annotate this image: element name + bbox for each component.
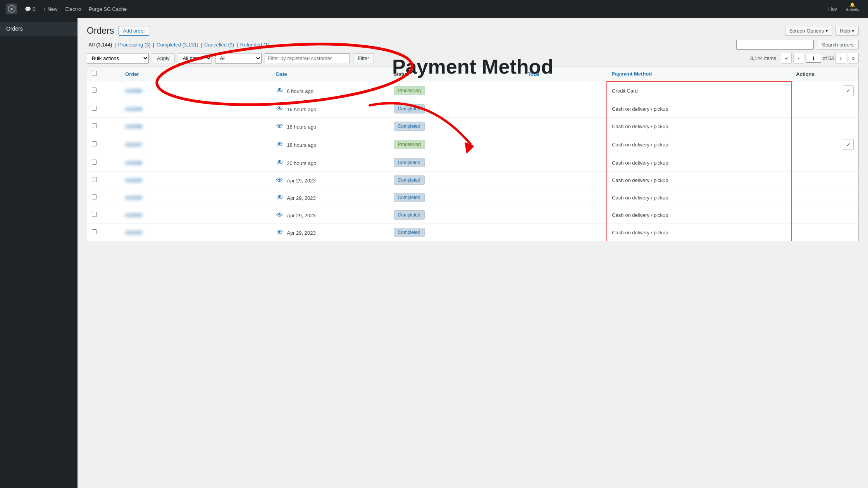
first-page-button[interactable]: « bbox=[781, 53, 792, 64]
toolbar-left: Bulk actions Apply All dates All Filter bbox=[87, 53, 374, 64]
row-status-cell: Completed bbox=[389, 118, 523, 135]
row-checkbox[interactable] bbox=[92, 177, 97, 182]
table-header-row: Order Date Status Total Payment Method A… bbox=[87, 67, 859, 81]
filter-tab-cancelled[interactable]: Cancelled (9) bbox=[203, 41, 236, 48]
filter-tabs: All (3,144) | Processing (3) | Completed… bbox=[87, 40, 859, 50]
row-checkbox-cell bbox=[87, 118, 121, 135]
th-date[interactable]: Date bbox=[272, 67, 389, 81]
row-payment-cell: Cash on delivery / pickup bbox=[607, 189, 791, 206]
row-checkbox-cell bbox=[87, 172, 121, 189]
help-button[interactable]: Help ▾ bbox=[835, 26, 859, 36]
orders-tbody: #12340 👁 6 hours ago Processing Credit C… bbox=[87, 81, 859, 241]
purge-cache-link[interactable]: Purge SG Cache bbox=[89, 6, 127, 12]
th-total[interactable]: Total bbox=[523, 67, 607, 81]
row-checkbox-cell bbox=[87, 189, 121, 206]
filter-tab-refunded[interactable]: Refunded (1) bbox=[239, 41, 271, 48]
status-badge: Processing bbox=[394, 140, 425, 149]
filter-tab-completed[interactable]: Completed (3,131) bbox=[155, 41, 200, 48]
payment-method-value: Cash on delivery / pickup bbox=[612, 177, 668, 183]
row-status-cell: Completed bbox=[389, 172, 523, 189]
table-row: #12339 👁 16 hours ago Completed Cash on … bbox=[87, 100, 859, 118]
row-status-cell: Completed bbox=[389, 154, 523, 172]
eye-icon[interactable]: 👁 bbox=[276, 159, 283, 167]
payment-method-value: Cash on delivery / pickup bbox=[612, 212, 668, 218]
row-checkbox[interactable] bbox=[92, 141, 97, 146]
search-input[interactable] bbox=[736, 40, 814, 50]
current-page-input[interactable] bbox=[806, 54, 821, 63]
site-link[interactable]: Electro bbox=[65, 6, 81, 12]
row-checkbox-cell bbox=[87, 100, 121, 118]
filter-tab-processing[interactable]: Processing (3) bbox=[117, 41, 152, 48]
row-checkbox[interactable] bbox=[92, 106, 97, 111]
comments-link[interactable]: 💬 0 bbox=[25, 6, 35, 12]
status-badge: Completed bbox=[394, 210, 425, 220]
row-total-cell bbox=[523, 206, 607, 224]
wp-logo[interactable] bbox=[6, 3, 17, 14]
select-all-checkbox[interactable] bbox=[92, 71, 97, 76]
order-number[interactable]: #12337 bbox=[125, 142, 142, 148]
row-date-cell: 👁 Apr 29, 2023 bbox=[272, 224, 389, 241]
add-order-button[interactable]: Add order bbox=[119, 26, 149, 36]
eye-icon[interactable]: 👁 bbox=[276, 211, 283, 219]
complete-order-button[interactable]: ✓ bbox=[843, 85, 854, 96]
eye-icon[interactable]: 👁 bbox=[276, 141, 283, 148]
order-date: Apr 29, 2023 bbox=[287, 230, 315, 236]
payment-method-value: Cash on delivery / pickup bbox=[612, 195, 668, 201]
filter-tab-all[interactable]: All (3,144) bbox=[87, 41, 114, 48]
last-page-button[interactable]: » bbox=[848, 53, 859, 64]
row-checkbox[interactable] bbox=[92, 229, 97, 234]
order-total bbox=[595, 230, 602, 235]
eye-icon[interactable]: 👁 bbox=[276, 229, 283, 236]
row-status-cell: Processing bbox=[389, 135, 523, 154]
order-date: 6 hours ago bbox=[287, 88, 313, 94]
row-payment-cell: Cash on delivery / pickup bbox=[607, 172, 791, 189]
next-page-button[interactable]: › bbox=[835, 53, 846, 64]
table-row: #12338 👁 18 hours ago Completed Cash on … bbox=[87, 118, 859, 135]
row-payment-cell: Cash on delivery / pickup bbox=[607, 154, 791, 172]
row-total-cell bbox=[523, 172, 607, 189]
th-payment-method[interactable]: Payment Method bbox=[607, 67, 791, 81]
eye-icon[interactable]: 👁 bbox=[276, 105, 283, 113]
order-number[interactable]: #12338 bbox=[125, 124, 142, 129]
bulk-actions-select[interactable]: Bulk actions bbox=[87, 53, 149, 64]
row-checkbox[interactable] bbox=[92, 88, 97, 93]
th-order[interactable]: Order bbox=[121, 67, 272, 81]
order-number[interactable]: #12334 bbox=[125, 195, 142, 201]
row-checkbox[interactable] bbox=[92, 212, 97, 217]
apply-button[interactable]: Apply bbox=[152, 53, 175, 63]
order-number[interactable]: #12335 bbox=[125, 177, 142, 183]
eye-icon[interactable]: 👁 bbox=[276, 176, 283, 184]
eye-icon[interactable]: 👁 bbox=[276, 194, 283, 201]
customer-filter-input[interactable] bbox=[265, 53, 350, 63]
eye-icon[interactable]: 👁 bbox=[276, 122, 283, 130]
order-number[interactable]: #12340 bbox=[125, 88, 142, 94]
eye-icon[interactable]: 👁 bbox=[276, 87, 283, 95]
order-number[interactable]: #12336 bbox=[125, 160, 142, 166]
new-link[interactable]: + New bbox=[43, 6, 57, 12]
date-filter-select[interactable]: All dates bbox=[178, 53, 212, 64]
row-actions-cell: ✓ bbox=[791, 135, 858, 154]
status-badge: Completed bbox=[394, 228, 425, 237]
row-actions-cell bbox=[791, 189, 858, 206]
table-row: #12333 👁 Apr 29, 2023 Completed Cash on … bbox=[87, 206, 859, 224]
complete-order-button[interactable]: ✓ bbox=[843, 139, 854, 150]
filter-button[interactable]: Filter bbox=[353, 53, 374, 63]
order-number[interactable]: #12333 bbox=[125, 212, 142, 218]
row-date-cell: 👁 Apr 29, 2023 bbox=[272, 172, 389, 189]
search-orders-button[interactable]: Search orders bbox=[817, 40, 859, 50]
row-checkbox[interactable] bbox=[92, 123, 97, 128]
row-actions-cell bbox=[791, 118, 858, 135]
comment-bubble-icon: 💬 bbox=[25, 6, 31, 12]
screen-options-button[interactable]: Screen Options ▾ bbox=[785, 26, 833, 36]
table-row: #12337 👁 18 hours ago Processing Cash on… bbox=[87, 135, 859, 154]
row-checkbox-cell bbox=[87, 206, 121, 224]
sidebar-item-orders[interactable]: Orders bbox=[0, 22, 78, 36]
order-number[interactable]: #12339 bbox=[125, 106, 142, 112]
prev-page-button[interactable]: ‹ bbox=[793, 53, 804, 64]
order-number[interactable]: #12332 bbox=[125, 230, 142, 235]
status-filter-select[interactable]: All bbox=[215, 53, 262, 64]
activity-button[interactable]: 🔔 Activity bbox=[837, 0, 868, 14]
row-checkbox[interactable] bbox=[92, 194, 97, 199]
row-checkbox-cell bbox=[87, 81, 121, 100]
row-checkbox[interactable] bbox=[92, 160, 97, 165]
